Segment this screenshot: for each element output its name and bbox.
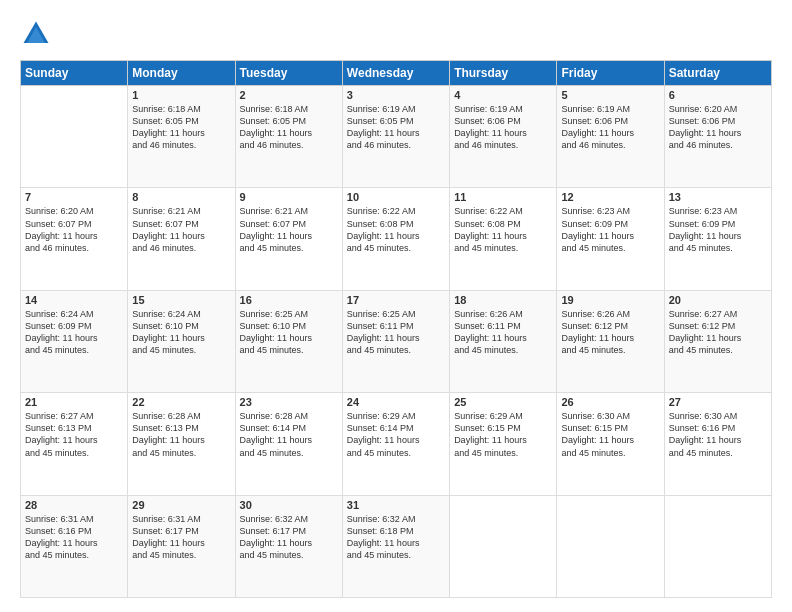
day-cell: 30Sunrise: 6:32 AM Sunset: 6:17 PM Dayli… [235, 495, 342, 597]
day-cell: 16Sunrise: 6:25 AM Sunset: 6:10 PM Dayli… [235, 290, 342, 392]
day-cell: 19Sunrise: 6:26 AM Sunset: 6:12 PM Dayli… [557, 290, 664, 392]
day-cell: 9Sunrise: 6:21 AM Sunset: 6:07 PM Daylig… [235, 188, 342, 290]
day-cell: 14Sunrise: 6:24 AM Sunset: 6:09 PM Dayli… [21, 290, 128, 392]
day-number: 29 [132, 499, 230, 511]
day-cell: 25Sunrise: 6:29 AM Sunset: 6:15 PM Dayli… [450, 393, 557, 495]
day-cell: 22Sunrise: 6:28 AM Sunset: 6:13 PM Dayli… [128, 393, 235, 495]
day-number: 27 [669, 396, 767, 408]
day-number: 6 [669, 89, 767, 101]
day-cell: 20Sunrise: 6:27 AM Sunset: 6:12 PM Dayli… [664, 290, 771, 392]
day-cell [450, 495, 557, 597]
day-cell: 15Sunrise: 6:24 AM Sunset: 6:10 PM Dayli… [128, 290, 235, 392]
week-row-2: 7Sunrise: 6:20 AM Sunset: 6:07 PM Daylig… [21, 188, 772, 290]
day-info: Sunrise: 6:21 AM Sunset: 6:07 PM Dayligh… [132, 205, 230, 254]
page: SundayMondayTuesdayWednesdayThursdayFrid… [0, 0, 792, 612]
day-number: 7 [25, 191, 123, 203]
week-row-4: 21Sunrise: 6:27 AM Sunset: 6:13 PM Dayli… [21, 393, 772, 495]
day-info: Sunrise: 6:28 AM Sunset: 6:14 PM Dayligh… [240, 410, 338, 459]
day-info: Sunrise: 6:19 AM Sunset: 6:05 PM Dayligh… [347, 103, 445, 152]
day-number: 4 [454, 89, 552, 101]
day-info: Sunrise: 6:27 AM Sunset: 6:13 PM Dayligh… [25, 410, 123, 459]
day-cell: 10Sunrise: 6:22 AM Sunset: 6:08 PM Dayli… [342, 188, 449, 290]
day-info: Sunrise: 6:19 AM Sunset: 6:06 PM Dayligh… [561, 103, 659, 152]
day-number: 1 [132, 89, 230, 101]
day-number: 5 [561, 89, 659, 101]
day-cell: 6Sunrise: 6:20 AM Sunset: 6:06 PM Daylig… [664, 86, 771, 188]
day-number: 8 [132, 191, 230, 203]
day-cell: 27Sunrise: 6:30 AM Sunset: 6:16 PM Dayli… [664, 393, 771, 495]
day-info: Sunrise: 6:31 AM Sunset: 6:17 PM Dayligh… [132, 513, 230, 562]
day-number: 24 [347, 396, 445, 408]
day-info: Sunrise: 6:20 AM Sunset: 6:07 PM Dayligh… [25, 205, 123, 254]
day-cell: 26Sunrise: 6:30 AM Sunset: 6:15 PM Dayli… [557, 393, 664, 495]
day-number: 9 [240, 191, 338, 203]
day-cell: 7Sunrise: 6:20 AM Sunset: 6:07 PM Daylig… [21, 188, 128, 290]
day-info: Sunrise: 6:23 AM Sunset: 6:09 PM Dayligh… [669, 205, 767, 254]
header-cell-tuesday: Tuesday [235, 61, 342, 86]
day-info: Sunrise: 6:22 AM Sunset: 6:08 PM Dayligh… [454, 205, 552, 254]
day-number: 28 [25, 499, 123, 511]
day-number: 2 [240, 89, 338, 101]
week-row-1: 1Sunrise: 6:18 AM Sunset: 6:05 PM Daylig… [21, 86, 772, 188]
day-number: 21 [25, 396, 123, 408]
day-number: 11 [454, 191, 552, 203]
day-cell [557, 495, 664, 597]
header-cell-saturday: Saturday [664, 61, 771, 86]
day-cell: 1Sunrise: 6:18 AM Sunset: 6:05 PM Daylig… [128, 86, 235, 188]
day-cell: 12Sunrise: 6:23 AM Sunset: 6:09 PM Dayli… [557, 188, 664, 290]
day-number: 19 [561, 294, 659, 306]
day-number: 17 [347, 294, 445, 306]
day-info: Sunrise: 6:32 AM Sunset: 6:17 PM Dayligh… [240, 513, 338, 562]
day-info: Sunrise: 6:24 AM Sunset: 6:10 PM Dayligh… [132, 308, 230, 357]
day-cell: 8Sunrise: 6:21 AM Sunset: 6:07 PM Daylig… [128, 188, 235, 290]
day-info: Sunrise: 6:25 AM Sunset: 6:11 PM Dayligh… [347, 308, 445, 357]
day-cell: 31Sunrise: 6:32 AM Sunset: 6:18 PM Dayli… [342, 495, 449, 597]
day-cell [21, 86, 128, 188]
day-info: Sunrise: 6:27 AM Sunset: 6:12 PM Dayligh… [669, 308, 767, 357]
day-info: Sunrise: 6:18 AM Sunset: 6:05 PM Dayligh… [132, 103, 230, 152]
day-cell: 13Sunrise: 6:23 AM Sunset: 6:09 PM Dayli… [664, 188, 771, 290]
calendar-table: SundayMondayTuesdayWednesdayThursdayFrid… [20, 60, 772, 598]
week-row-5: 28Sunrise: 6:31 AM Sunset: 6:16 PM Dayli… [21, 495, 772, 597]
day-cell: 29Sunrise: 6:31 AM Sunset: 6:17 PM Dayli… [128, 495, 235, 597]
day-info: Sunrise: 6:19 AM Sunset: 6:06 PM Dayligh… [454, 103, 552, 152]
day-cell: 3Sunrise: 6:19 AM Sunset: 6:05 PM Daylig… [342, 86, 449, 188]
calendar-header-row: SundayMondayTuesdayWednesdayThursdayFrid… [21, 61, 772, 86]
day-info: Sunrise: 6:30 AM Sunset: 6:16 PM Dayligh… [669, 410, 767, 459]
day-info: Sunrise: 6:32 AM Sunset: 6:18 PM Dayligh… [347, 513, 445, 562]
day-number: 14 [25, 294, 123, 306]
day-number: 31 [347, 499, 445, 511]
day-number: 23 [240, 396, 338, 408]
day-info: Sunrise: 6:25 AM Sunset: 6:10 PM Dayligh… [240, 308, 338, 357]
day-number: 12 [561, 191, 659, 203]
day-info: Sunrise: 6:23 AM Sunset: 6:09 PM Dayligh… [561, 205, 659, 254]
day-number: 22 [132, 396, 230, 408]
day-cell: 18Sunrise: 6:26 AM Sunset: 6:11 PM Dayli… [450, 290, 557, 392]
day-info: Sunrise: 6:26 AM Sunset: 6:11 PM Dayligh… [454, 308, 552, 357]
calendar-body: 1Sunrise: 6:18 AM Sunset: 6:05 PM Daylig… [21, 86, 772, 598]
week-row-3: 14Sunrise: 6:24 AM Sunset: 6:09 PM Dayli… [21, 290, 772, 392]
day-number: 18 [454, 294, 552, 306]
day-info: Sunrise: 6:20 AM Sunset: 6:06 PM Dayligh… [669, 103, 767, 152]
day-info: Sunrise: 6:30 AM Sunset: 6:15 PM Dayligh… [561, 410, 659, 459]
header-cell-sunday: Sunday [21, 61, 128, 86]
header [20, 18, 772, 50]
day-info: Sunrise: 6:22 AM Sunset: 6:08 PM Dayligh… [347, 205, 445, 254]
day-info: Sunrise: 6:21 AM Sunset: 6:07 PM Dayligh… [240, 205, 338, 254]
day-cell: 2Sunrise: 6:18 AM Sunset: 6:05 PM Daylig… [235, 86, 342, 188]
logo [20, 18, 56, 50]
day-info: Sunrise: 6:29 AM Sunset: 6:15 PM Dayligh… [454, 410, 552, 459]
day-number: 26 [561, 396, 659, 408]
day-info: Sunrise: 6:26 AM Sunset: 6:12 PM Dayligh… [561, 308, 659, 357]
day-info: Sunrise: 6:24 AM Sunset: 6:09 PM Dayligh… [25, 308, 123, 357]
day-number: 16 [240, 294, 338, 306]
day-number: 25 [454, 396, 552, 408]
day-cell: 24Sunrise: 6:29 AM Sunset: 6:14 PM Dayli… [342, 393, 449, 495]
day-number: 13 [669, 191, 767, 203]
day-number: 20 [669, 294, 767, 306]
day-cell: 17Sunrise: 6:25 AM Sunset: 6:11 PM Dayli… [342, 290, 449, 392]
day-number: 15 [132, 294, 230, 306]
day-cell: 11Sunrise: 6:22 AM Sunset: 6:08 PM Dayli… [450, 188, 557, 290]
day-cell [664, 495, 771, 597]
day-cell: 5Sunrise: 6:19 AM Sunset: 6:06 PM Daylig… [557, 86, 664, 188]
